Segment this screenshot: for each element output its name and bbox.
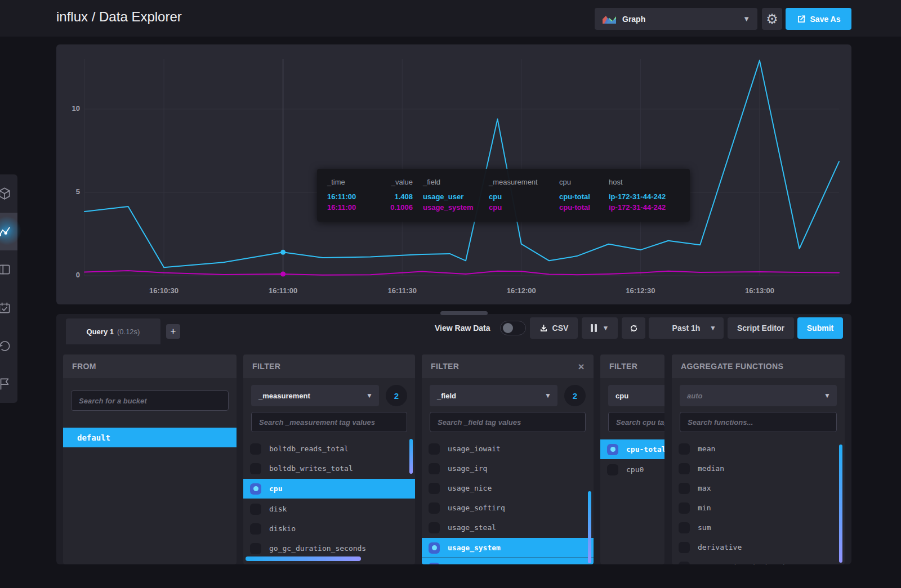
- list-item[interactable]: usage_user: [422, 558, 594, 564]
- filter-field-card: FILTER × _field ▼ 2 usage_iowaitusage_ir…: [422, 354, 594, 564]
- list-item[interactable]: min: [672, 498, 845, 518]
- sidebar-item-tasks[interactable]: [0, 289, 17, 327]
- chevron-down-icon: ▼: [603, 324, 609, 332]
- list-item[interactable]: usage_steal: [422, 518, 594, 537]
- list-item[interactable]: usage_irq: [422, 459, 594, 478]
- selected-count-badge: 2: [386, 385, 407, 406]
- checkbox[interactable]: [429, 463, 440, 474]
- view-raw-data-toggle[interactable]: [500, 321, 526, 335]
- settings-gear-button[interactable]: ⚙: [762, 8, 782, 30]
- x-axis-tick-label: 16:12:00: [507, 286, 536, 295]
- checkbox[interactable]: [429, 522, 440, 533]
- time-range-label: Past 1h: [672, 324, 701, 333]
- filter-card-header: FILTER: [243, 354, 415, 378]
- graph-visualization-panel: 051016:10:3016:11:0016:11:3016:12:0016:1…: [56, 44, 851, 304]
- checkbox[interactable]: [250, 463, 261, 474]
- checkbox[interactable]: [250, 523, 261, 535]
- time-range-dropdown[interactable]: Past 1h ▼: [649, 317, 724, 339]
- tooltip-column: cpucpu-totalcpu-total: [559, 178, 609, 213]
- list-item[interactable]: cpu-total: [600, 439, 664, 459]
- functions-search-input[interactable]: [680, 412, 837, 432]
- sidebar-item-data-explorer[interactable]: [0, 213, 17, 251]
- checkbox[interactable]: [429, 563, 440, 565]
- list-item[interactable]: max: [672, 478, 845, 498]
- checkbox[interactable]: [679, 483, 690, 494]
- x-axis-tick-label: 16:13:00: [745, 286, 774, 295]
- filter-card-header: FILTER ×: [422, 354, 594, 378]
- checkbox[interactable]: [679, 502, 690, 514]
- refresh-button[interactable]: [622, 317, 645, 339]
- list-item[interactable]: usage_iowait: [422, 439, 594, 459]
- measurement-search-input[interactable]: [251, 412, 407, 432]
- view-type-dropdown[interactable]: Graph ▼: [595, 8, 757, 30]
- list-item[interactable]: disk: [243, 499, 415, 519]
- filter-cpu-card: FILTER cpu ▼ cpu-totalcpu0: [600, 354, 664, 564]
- checkbox[interactable]: [679, 542, 690, 553]
- cpu-search-input[interactable]: [608, 412, 664, 432]
- list-item[interactable]: diskio: [243, 519, 415, 538]
- aggregate-functions-card: AGGREGATE FUNCTIONS auto ▼ meanmedianmax…: [672, 354, 845, 564]
- toggle-knob: [503, 323, 513, 333]
- checkbox[interactable]: [250, 443, 261, 455]
- checkbox[interactable]: [429, 502, 440, 514]
- list-item[interactable]: usage_system: [422, 538, 594, 558]
- add-query-button[interactable]: +: [166, 324, 180, 339]
- chevron-down-icon: ▼: [824, 392, 831, 400]
- script-editor-button[interactable]: Script Editor: [728, 317, 794, 339]
- save-as-button[interactable]: Save As: [786, 8, 851, 30]
- time-series-plot[interactable]: [84, 59, 839, 276]
- checkbox[interactable]: [607, 464, 618, 475]
- tag-key-dropdown[interactable]: _measurement ▼: [251, 385, 379, 406]
- checkbox[interactable]: [679, 562, 690, 565]
- tag-key-dropdown[interactable]: cpu ▼: [608, 385, 664, 406]
- checkbox[interactable]: [679, 443, 690, 455]
- checkbox[interactable]: [250, 483, 261, 495]
- checkbox[interactable]: [250, 543, 261, 554]
- vertical-scrollbar[interactable]: [409, 439, 413, 474]
- aggregate-card-header: AGGREGATE FUNCTIONS: [672, 354, 845, 378]
- checkbox[interactable]: [679, 463, 690, 474]
- sidebar-item-load-data[interactable]: [0, 174, 17, 213]
- panel-resize-handle[interactable]: [440, 311, 488, 315]
- x-axis-tick-label: 16:11:30: [388, 286, 417, 295]
- field-search-input[interactable]: [430, 412, 586, 432]
- list-item[interactable]: median: [672, 459, 845, 478]
- download-csv-button[interactable]: CSV: [530, 317, 578, 339]
- bucket-search-input[interactable]: [71, 390, 229, 411]
- sidebar-item-feedback[interactable]: [0, 365, 17, 403]
- checkbox[interactable]: [429, 443, 440, 455]
- list-item[interactable]: nonnegative derivative: [672, 557, 845, 564]
- x-axis-tick-label: 16:10:30: [149, 286, 179, 295]
- checkbox[interactable]: [429, 483, 440, 494]
- script-editor-label: Script Editor: [737, 324, 784, 333]
- sidebar-item-dashboards[interactable]: [0, 250, 17, 289]
- vertical-scrollbar[interactable]: [839, 445, 842, 563]
- list-item[interactable]: derivative: [672, 537, 845, 557]
- close-icon[interactable]: ×: [578, 361, 585, 372]
- list-item[interactable]: usage_nice: [422, 478, 594, 498]
- feedback-flag-icon: [0, 376, 12, 391]
- vertical-scrollbar[interactable]: [588, 491, 591, 563]
- window-period-dropdown[interactable]: auto ▼: [680, 385, 837, 406]
- sidebar-item-alert-history[interactable]: [0, 327, 17, 365]
- list-item[interactable]: usage_softirq: [422, 498, 594, 518]
- tag-key-dropdown[interactable]: _field ▼: [430, 385, 557, 406]
- chevron-down-icon: ▼: [545, 392, 551, 400]
- pause-button[interactable]: ▼: [582, 317, 618, 339]
- save-as-label: Save As: [810, 15, 841, 24]
- horizontal-scrollbar[interactable]: [246, 556, 361, 561]
- list-item[interactable]: cpu0: [600, 460, 664, 479]
- tab-query-1[interactable]: Query 1 (0.12s): [66, 318, 160, 344]
- list-item[interactable]: sum: [672, 518, 845, 537]
- checkbox[interactable]: [607, 444, 618, 455]
- checkbox[interactable]: [250, 504, 261, 515]
- list-item[interactable]: boltdb_reads_total: [243, 439, 415, 459]
- list-item[interactable]: boltdb_writes_total: [243, 459, 415, 478]
- checkbox[interactable]: [679, 522, 690, 533]
- submit-button[interactable]: Submit: [797, 317, 843, 339]
- list-item[interactable]: go_gc_duration_seconds: [243, 538, 415, 558]
- bucket-item[interactable]: default: [63, 428, 237, 447]
- list-item[interactable]: cpu: [243, 479, 415, 499]
- list-item[interactable]: mean: [672, 439, 845, 459]
- checkbox[interactable]: [429, 542, 440, 554]
